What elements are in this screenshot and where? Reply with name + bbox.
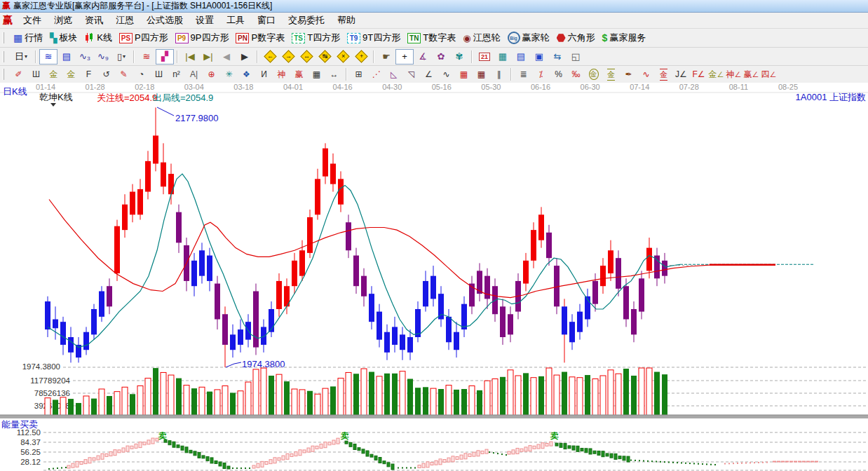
gold-circle-button[interactable]: 金 <box>585 67 602 82</box>
target-circle-button[interactable]: ⊕ <box>203 67 220 82</box>
t-number-table-button[interactable]: TNT数字表 <box>404 30 459 46</box>
child-window-icon[interactable]: 赢 <box>3 14 13 27</box>
gold-angle-button[interactable]: 金∠ <box>707 67 725 82</box>
box-frame-button[interactable]: ⊞ <box>350 67 367 82</box>
menu-tools[interactable]: 工具 <box>220 13 251 28</box>
t-square-button[interactable]: TST四方形 <box>288 30 344 46</box>
star-burst-button[interactable]: ✳ <box>220 67 238 82</box>
9p-square-button[interactable]: P99P四方形 <box>172 30 233 46</box>
expand-horizontal-diamond-button[interactable]: ↔ <box>297 49 316 64</box>
menu-settings[interactable]: 设置 <box>189 13 220 28</box>
kline-pattern-button[interactable]: ≋ <box>39 49 57 64</box>
k-wave-button[interactable]: И <box>255 67 273 82</box>
si-angle-button[interactable]: 四∠ <box>760 67 778 82</box>
gold-bars-button[interactable]: 金 <box>602 67 620 82</box>
comb-tool-button[interactable]: Ш <box>27 67 45 82</box>
prev-page-button[interactable]: ◀ <box>217 49 236 64</box>
gann-fan-red-button[interactable]: ⋰ <box>367 67 385 82</box>
spiral-tool-button[interactable]: ↺ <box>97 67 115 82</box>
angle-measure-button[interactable]: ∡ <box>414 49 432 64</box>
chevron-down-icon[interactable] <box>50 103 56 107</box>
info-list-button[interactable]: ▤ <box>57 49 76 64</box>
network-button[interactable]: ⇆ <box>548 49 567 64</box>
candle-style-button[interactable]: ▯▾ <box>112 49 130 64</box>
menu-trade-entrust[interactable]: 交易委托 <box>282 13 331 28</box>
wave-red-button[interactable]: ∿ <box>637 67 655 82</box>
shift-right-diamond-button[interactable]: → <box>279 49 297 64</box>
ying-angle-button[interactable]: 赢∠ <box>742 67 760 82</box>
ruler-list-button[interactable]: ≣ <box>515 67 532 82</box>
period-day-button[interactable]: 日▾ <box>10 49 32 64</box>
shift-left-diamond-button[interactable]: ← <box>261 49 279 64</box>
calendar-button[interactable]: 21 <box>475 49 494 64</box>
compress-horizontal-diamond-button[interactable]: ↹ <box>316 49 334 64</box>
wave-9-button[interactable]: ∿₉ <box>94 49 112 64</box>
winner-wheel-button[interactable]: Big赢家轮 <box>504 30 553 46</box>
grid-dark-button[interactable]: ▦ <box>473 67 490 82</box>
pen-gold-button[interactable]: ✒ <box>620 67 637 82</box>
menu-file[interactable]: 文件 <box>17 13 48 28</box>
menu-browse[interactable]: 浏览 <box>48 13 79 28</box>
hexagon-button[interactable]: 六角形 <box>553 30 599 46</box>
gann-gold-2-button[interactable]: 金 <box>62 67 80 82</box>
f-angle-button[interactable]: F∠ <box>690 67 707 82</box>
crosshair-tool-button[interactable]: + <box>395 49 414 64</box>
menu-help[interactable]: 帮助 <box>331 13 362 28</box>
menu-window[interactable]: 窗口 <box>251 13 282 28</box>
a-line-button[interactable]: A| <box>185 67 203 82</box>
period-label[interactable]: 日K线 <box>3 87 27 97</box>
menu-formula-stockpick[interactable]: 公式选股 <box>140 13 189 28</box>
save-button[interactable]: ▣ <box>530 49 548 64</box>
sectors-button[interactable]: ▚板块 <box>46 30 81 46</box>
ying-tool-button[interactable]: 赢 <box>290 67 308 82</box>
notes-button[interactable]: ▤ <box>512 49 530 64</box>
menu-gann[interactable]: 江恩 <box>109 13 140 28</box>
shen-angle-button[interactable]: 神∠ <box>725 67 742 82</box>
n-square-button[interactable]: n² <box>168 67 185 82</box>
p-square-button[interactable]: PSP四方形 <box>116 30 172 46</box>
gann-gold-1-button[interactable]: 金 <box>45 67 62 82</box>
winner-service-button[interactable]: $赢家服务 <box>599 30 650 46</box>
j-angle-button[interactable]: J∠ <box>672 67 690 82</box>
first-page-button[interactable]: |◀ <box>181 49 199 64</box>
parallel-lines-button[interactable]: ∥ <box>490 67 508 82</box>
clock-tool-button[interactable]: ◔ <box>133 67 150 82</box>
gann-fan-box-2-button[interactable]: ◹ <box>402 67 420 82</box>
cycle-tool-button[interactable]: ✾ <box>450 49 468 64</box>
gann-fan-box-button[interactable]: ◺ <box>385 67 402 82</box>
histogram-view-button[interactable]: ▞ <box>156 49 174 64</box>
percent-bars-button[interactable]: ‰ <box>567 67 585 82</box>
percent-slash-button[interactable]: ⁒ <box>532 67 550 82</box>
expand-all-diamond-button[interactable]: + <box>352 49 370 64</box>
9t-square-button[interactable]: T99T四方形 <box>344 30 404 46</box>
grid-star-button[interactable]: ❖ <box>238 67 255 82</box>
grid-red-button[interactable]: ▦ <box>455 67 473 82</box>
kline-button[interactable]: K线 <box>81 30 116 46</box>
sub-indicator-label[interactable]: 能量买卖 <box>1 420 38 430</box>
last-page-button[interactable]: ▶| <box>199 49 217 64</box>
calculator-button[interactable]: ▦ <box>494 49 512 64</box>
gold-red-button[interactable]: 金 <box>655 67 672 82</box>
gann-wheel-button[interactable]: ◉江恩轮 <box>459 30 503 46</box>
red-pattern-button[interactable]: ≋ <box>137 49 156 64</box>
quotes-button[interactable]: ▦行情 <box>10 30 46 46</box>
hand-tool-button[interactable]: ☛ <box>377 49 395 64</box>
p-number-table-button[interactable]: PNP数字表 <box>232 30 288 46</box>
indicator-name-label[interactable]: 乾坤K线 <box>39 93 73 102</box>
brush-tool-button[interactable]: ✎ <box>115 67 133 82</box>
price-chart-svg[interactable]: 01-1401-2802-1803-0403-1804-0104-1604-30… <box>0 83 868 471</box>
compress-all-diamond-button[interactable]: × <box>334 49 352 64</box>
span-tool-button[interactable]: ↔ <box>325 67 343 82</box>
pattern-tool-button[interactable]: ✿ <box>432 49 450 64</box>
computer-button[interactable]: ◱ <box>567 49 585 64</box>
grid-123-button[interactable]: ▦ <box>308 67 325 82</box>
angle-rays-button[interactable]: ∠ <box>420 67 438 82</box>
v-wave-button[interactable]: ∿ <box>438 67 455 82</box>
next-page-button[interactable]: ▶ <box>236 49 254 64</box>
gann-f-button[interactable]: F <box>80 67 97 82</box>
comb-2-button[interactable]: Ш <box>150 67 168 82</box>
knife-tool-button[interactable]: ✐ <box>10 67 27 82</box>
wave-3-button[interactable]: ∿₃ <box>76 49 94 64</box>
shen-tool-button[interactable]: 神 <box>273 67 290 82</box>
percent-button[interactable]: % <box>550 67 567 82</box>
